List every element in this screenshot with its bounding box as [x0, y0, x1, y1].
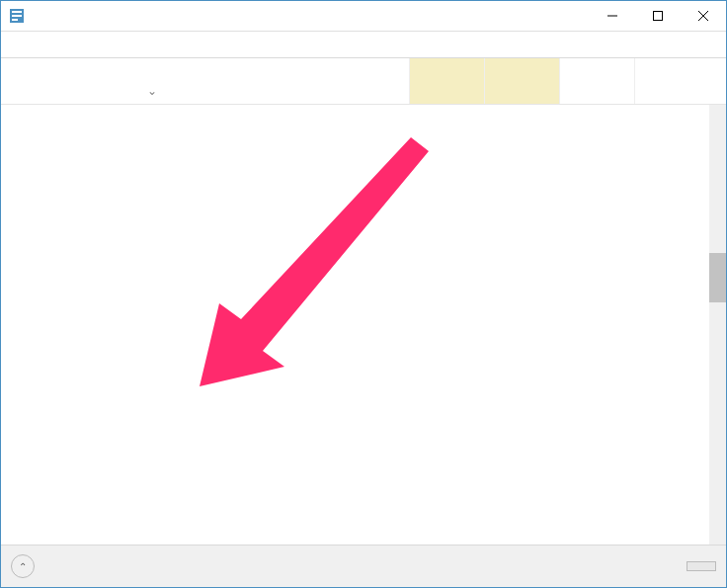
menu-options[interactable]	[17, 41, 29, 44]
footer: ⌃	[1, 545, 726, 587]
column-header-mem[interactable]	[484, 58, 559, 104]
content-area: ⌄	[1, 58, 726, 545]
task-manager-window: ⌄ ⌃	[0, 0, 727, 588]
app-icon	[9, 8, 25, 24]
column-header-cpu[interactable]	[409, 58, 484, 104]
maximize-button[interactable]	[635, 1, 681, 31]
menubar	[1, 32, 726, 53]
window-controls	[590, 1, 726, 31]
column-headers: ⌄	[1, 58, 726, 105]
fewer-details-button[interactable]: ⌃	[11, 554, 35, 578]
scrollbar-thumb[interactable]	[709, 253, 726, 302]
svg-rect-1	[12, 11, 22, 13]
minimize-button[interactable]	[590, 1, 635, 31]
svg-rect-3	[12, 19, 18, 21]
end-task-button[interactable]	[687, 561, 716, 571]
process-list	[1, 105, 726, 545]
column-header-net[interactable]	[634, 58, 709, 104]
menu-view[interactable]	[29, 41, 40, 44]
titlebar[interactable]	[1, 1, 726, 32]
column-header-status[interactable]	[271, 58, 409, 104]
menu-file[interactable]	[5, 41, 17, 44]
close-button[interactable]	[681, 1, 726, 31]
svg-rect-2	[12, 15, 22, 17]
group-windows-processes[interactable]	[1, 105, 726, 136]
column-header-name[interactable]: ⌄	[1, 58, 271, 104]
column-header-disk[interactable]	[559, 58, 634, 104]
svg-rect-5	[654, 12, 663, 21]
scrollbar-track[interactable]	[709, 105, 726, 545]
